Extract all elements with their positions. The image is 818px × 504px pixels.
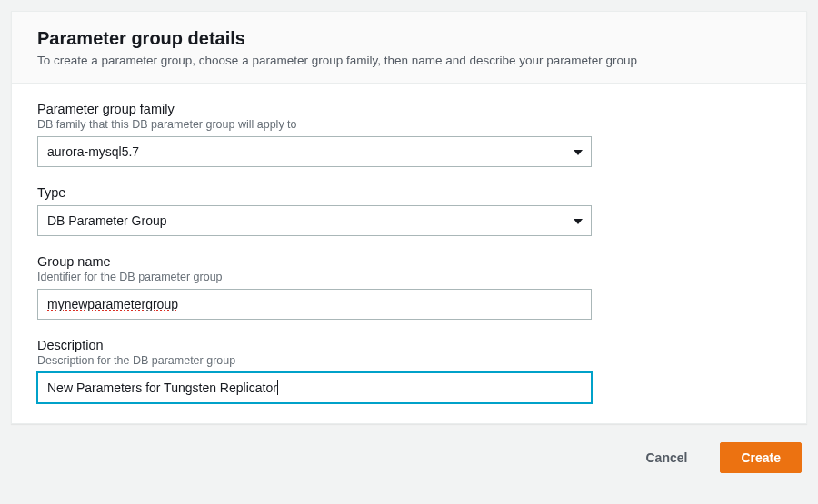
description-value: New Parameters for Tungsten Replicator xyxy=(47,380,277,395)
create-button[interactable]: Create xyxy=(720,442,802,473)
text-cursor xyxy=(277,380,278,395)
panel-body: Parameter group family DB family that th… xyxy=(12,84,806,423)
group-name-label: Group name xyxy=(37,254,781,269)
parameter-group-panel: Parameter group details To create a para… xyxy=(11,11,807,424)
form-footer: Cancel Create xyxy=(0,424,818,473)
description-hint: Description for the DB parameter group xyxy=(37,354,781,367)
field-type: Type DB Parameter Group xyxy=(37,185,781,236)
family-hint: DB family that this DB parameter group w… xyxy=(37,118,781,131)
panel-title: Parameter group details xyxy=(37,28,781,49)
family-select[interactable]: aurora-mysql5.7 xyxy=(37,136,592,167)
group-name-input[interactable]: mynewparametergroup xyxy=(37,289,592,320)
group-name-hint: Identifier for the DB parameter group xyxy=(37,271,781,283)
family-select-value: aurora-mysql5.7 xyxy=(47,144,139,159)
description-input[interactable]: New Parameters for Tungsten Replicator xyxy=(37,372,592,403)
group-name-value: mynewparametergroup xyxy=(47,297,178,311)
type-label: Type xyxy=(37,185,781,200)
field-group-name: Group name Identifier for the DB paramet… xyxy=(37,254,781,320)
type-select-value: DB Parameter Group xyxy=(47,213,167,228)
description-label: Description xyxy=(37,338,781,352)
family-label: Parameter group family xyxy=(37,102,781,116)
field-parameter-group-family: Parameter group family DB family that th… xyxy=(37,102,781,167)
field-description: Description Description for the DB param… xyxy=(37,338,781,403)
cancel-button[interactable]: Cancel xyxy=(627,443,705,472)
panel-subtitle: To create a parameter group, choose a pa… xyxy=(37,53,781,70)
type-select[interactable]: DB Parameter Group xyxy=(37,205,592,236)
panel-header: Parameter group details To create a para… xyxy=(12,12,806,84)
